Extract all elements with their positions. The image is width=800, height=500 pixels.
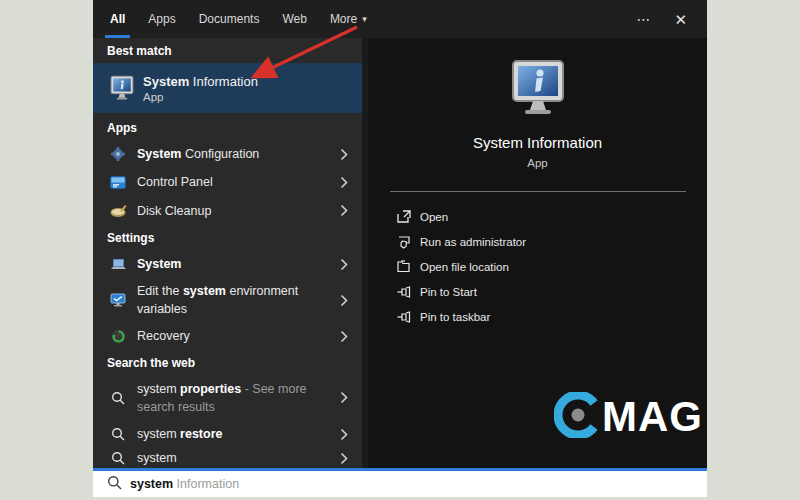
settings-header: Settings: [93, 225, 362, 250]
result-web-system-restore[interactable]: system restore: [93, 420, 362, 448]
action-pin-to-taskbar[interactable]: Pin to taskbar: [368, 304, 707, 329]
search-icon: [107, 451, 129, 465]
action-label: Pin to taskbar: [420, 311, 490, 323]
search-icon: [107, 427, 129, 441]
open-icon: [396, 210, 411, 223]
result-system-information[interactable]: System Information App: [93, 63, 362, 113]
result-subtitle: App: [143, 91, 258, 103]
system-information-icon: [506, 56, 570, 124]
system-laptop-icon: [107, 258, 129, 271]
tab-web-label: Web: [282, 12, 306, 26]
search-icon: [107, 475, 122, 494]
chevron-right-icon: [340, 330, 352, 343]
preview-pane: System Information App Open Run as admin…: [368, 38, 707, 468]
result-label: Edit the system environment variables: [137, 282, 335, 318]
result-web-system[interactable]: system: [93, 448, 362, 468]
preview-actions: Open Run as administrator Open file loca…: [368, 204, 707, 329]
tab-documents[interactable]: Documents: [194, 0, 265, 38]
tab-documents-label: Documents: [199, 12, 260, 26]
chevron-right-icon: [340, 148, 352, 161]
action-open[interactable]: Open: [368, 204, 707, 229]
tab-web[interactable]: Web: [277, 0, 311, 38]
result-label: Recovery: [137, 327, 335, 345]
result-label: system: [137, 449, 335, 467]
search-icon: [107, 391, 129, 405]
search-input-text: system Information: [130, 477, 239, 491]
chevron-right-icon: [340, 391, 352, 404]
result-edit-environment-variables[interactable]: Edit the system environment variables: [93, 278, 362, 322]
chevron-right-icon: [340, 428, 352, 441]
chevron-right-icon: [340, 176, 352, 189]
result-control-panel[interactable]: Control Panel: [93, 168, 362, 196]
close-icon[interactable]: ✕: [670, 10, 691, 29]
chevron-right-icon: [340, 294, 352, 307]
disk-cleanup-icon: [107, 204, 129, 217]
action-label: Open file location: [420, 261, 509, 273]
result-web-system-properties[interactable]: system properties - See more search resu…: [93, 375, 362, 420]
window-controls: ⋯ ✕: [632, 0, 707, 38]
tab-apps[interactable]: Apps: [143, 0, 180, 38]
results-list: Best match System Information App A: [93, 38, 362, 468]
watermark-text: MAG: [602, 393, 703, 441]
action-open-file-location[interactable]: Open file location: [368, 254, 707, 279]
result-label: Control Panel: [137, 173, 335, 191]
apps-header: Apps: [93, 113, 362, 140]
pin-icon: [396, 286, 411, 298]
chevron-right-icon: [340, 204, 352, 217]
action-label: Run as administrator: [420, 236, 526, 248]
result-label: System: [137, 255, 335, 273]
result-system-settings[interactable]: System: [93, 250, 362, 278]
result-system-configuration[interactable]: System Configuration: [93, 140, 362, 168]
action-pin-to-start[interactable]: Pin to Start: [368, 279, 707, 304]
result-label: system properties - See more search resu…: [137, 380, 335, 416]
tab-apps-label: Apps: [148, 12, 175, 26]
result-label: Disk Cleanup: [137, 202, 335, 220]
control-panel-icon: [107, 176, 129, 189]
result-label: system restore: [137, 425, 335, 443]
run-as-admin-icon: [396, 235, 411, 249]
action-label: Open: [420, 211, 448, 223]
chevron-right-icon: [340, 258, 352, 271]
search-flyout-window: All Apps Documents Web More▾ ⋯ ✕ Best ma…: [93, 0, 707, 497]
pin-icon: [396, 311, 411, 323]
result-label: System Configuration: [137, 145, 335, 163]
search-tab-bar: All Apps Documents Web More▾ ⋯ ✕: [93, 0, 707, 38]
environment-variables-icon: [107, 293, 129, 307]
screenshot-root: { "window": { "overflow_icon": "⋯", "clo…: [0, 0, 800, 500]
system-configuration-icon: [107, 146, 129, 162]
action-run-as-administrator[interactable]: Run as administrator: [368, 229, 707, 254]
result-disk-cleanup[interactable]: Disk Cleanup: [93, 196, 362, 225]
search-the-web-header: Search the web: [93, 350, 362, 375]
cmag-logo-icon: [554, 392, 600, 442]
tab-more-label: More: [330, 12, 357, 26]
tab-all[interactable]: All: [105, 0, 130, 38]
recovery-icon: [107, 329, 129, 344]
search-tabs: All Apps Documents Web More▾: [105, 0, 372, 38]
best-match-header: Best match: [93, 38, 362, 63]
action-label: Pin to Start: [420, 286, 477, 298]
result-title: System Information: [143, 74, 258, 89]
system-information-icon: [107, 74, 137, 102]
preview-title: System Information: [473, 134, 602, 151]
file-location-icon: [396, 260, 411, 273]
preview-divider: [390, 191, 686, 192]
overflow-menu-icon[interactable]: ⋯: [632, 10, 654, 28]
preview-subtitle: App: [527, 157, 547, 169]
cmag-watermark: MAG: [554, 392, 703, 442]
result-recovery[interactable]: Recovery: [93, 322, 362, 350]
search-input[interactable]: system Information: [93, 468, 707, 497]
chevron-down-icon: ▾: [362, 14, 367, 24]
tab-more[interactable]: More▾: [325, 0, 372, 38]
chevron-right-icon: [340, 452, 352, 465]
search-results-area: Best match System Information App A: [93, 38, 707, 468]
tab-all-label: All: [110, 12, 125, 26]
